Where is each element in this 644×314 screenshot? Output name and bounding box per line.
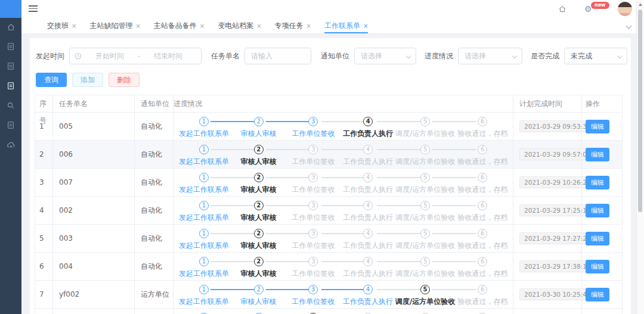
close-icon[interactable]: ×: [306, 23, 311, 29]
cell-notify-unit: 自动化: [135, 197, 174, 224]
new-badge: new: [591, 2, 609, 9]
edit-button[interactable]: 编辑: [586, 260, 609, 273]
step-label: 审核人审核: [231, 157, 286, 167]
tab-工作联系单[interactable]: 工作联系单×: [324, 18, 368, 33]
sidebar-item-home-0[interactable]: [0, 18, 21, 38]
sidebar-item-document-1[interactable]: [0, 38, 21, 57]
hamburger-menu-icon[interactable]: [29, 5, 38, 12]
close-icon[interactable]: ×: [256, 23, 261, 29]
step-number: 1: [199, 173, 209, 182]
step-5: 5调度/运方单位验收: [395, 201, 455, 223]
step-5: 5调度/运方单位验收: [395, 117, 455, 139]
start-time-label: 发起时间: [36, 51, 64, 61]
tab-主站缺陷管理[interactable]: 主站缺陷管理×: [89, 18, 140, 33]
edit-button[interactable]: 编辑: [586, 176, 609, 189]
close-icon[interactable]: ×: [72, 23, 76, 29]
cell-planned-time: [513, 309, 582, 314]
close-icon[interactable]: ×: [200, 23, 205, 29]
cell-progress: 1发起工作联系单2审核人审核3工作单位签收4工作负责人执行5调度/运方单位验收6…: [174, 253, 513, 280]
add-button[interactable]: 添加: [72, 73, 103, 87]
completed-value: 未完成: [571, 51, 592, 61]
query-button[interactable]: 查询: [36, 73, 67, 87]
column-header-2: 通知单位: [135, 95, 174, 112]
step-label: 验收通过，存档: [455, 185, 510, 195]
delete-button[interactable]: 删除: [109, 73, 140, 87]
page-scrollbar-thumb[interactable]: [638, 10, 642, 212]
step-6: 6验收通过，存档: [455, 229, 510, 251]
sidebar-item-cloud-upload-6[interactable]: [0, 136, 21, 156]
step-label: 发起工作联系单: [177, 297, 231, 307]
chevron-down-icon: [407, 54, 411, 58]
step-4: 4工作负责人执行: [340, 257, 395, 279]
sidebar-item-document-3[interactable]: [0, 77, 21, 97]
tab-专项任务[interactable]: 专项任务×: [275, 18, 311, 33]
step-number: 3: [308, 145, 318, 154]
document-icon: [7, 62, 15, 72]
step-number: 2: [254, 285, 264, 294]
avatar[interactable]: [618, 2, 632, 16]
cell-notify-unit: 自动化: [135, 253, 174, 280]
step-3: 3工作单位签收: [286, 117, 341, 139]
step-label: 工作负责人执行: [340, 297, 395, 307]
date-range-input[interactable]: 开始时间 - 结束时间: [69, 48, 202, 64]
step-label: 发起工作联系单: [177, 185, 231, 195]
step-number: 4: [363, 145, 373, 154]
step-1: 1发起工作联系单: [177, 201, 231, 223]
sidebar-item-document-2[interactable]: [0, 57, 21, 77]
table-row-5[interactable]: 5003自动化1发起工作联系单2审核人审核3工作单位签收4工作负责人执行5调度/…: [35, 224, 622, 252]
table-row-8[interactable]: 1发起工作联系单2审核人审核3工作单位签收4工作负责人执行5调度/运方单位验收6…: [35, 308, 622, 314]
table-row-1[interactable]: 1005自动化1发起工作联系单2审核人审核3工作单位签收4工作负责人执行5调度/…: [35, 112, 622, 140]
notify-unit-select[interactable]: 请选择: [354, 48, 416, 64]
step-label: 验收通过，存档: [455, 269, 510, 279]
completed-select[interactable]: 未完成: [564, 48, 627, 64]
edit-button[interactable]: 编辑: [586, 120, 609, 133]
scroll-up-arrow-icon[interactable]: [639, 3, 642, 6]
cell-notify-unit: 自动化: [135, 169, 174, 196]
cell-task-name: 006: [53, 141, 135, 168]
edit-button[interactable]: 编辑: [586, 232, 609, 245]
cell-planned-time: 2021-03-29 09:53:38: [513, 113, 582, 140]
step-number: 1: [199, 145, 209, 154]
step-number: 6: [478, 201, 487, 210]
edit-button[interactable]: 编辑: [586, 204, 609, 217]
tab-label: 工作联系单: [324, 21, 360, 31]
step-number: 2: [254, 117, 264, 126]
table-row-3[interactable]: 3007自动化1发起工作联系单2审核人审核3工作单位签收4工作负责人执行5调度/…: [35, 168, 622, 196]
step-label: 调度/运方单位验收: [395, 241, 455, 251]
step-label: 调度/运方单位验收: [395, 129, 455, 139]
cell-planned-time: 2021-03-29 17:27:29: [513, 225, 582, 252]
tab-变电站档案[interactable]: 变电站档案×: [218, 18, 261, 33]
sidebar-item-document-5[interactable]: [0, 116, 21, 136]
step-4: 4工作负责人执行: [340, 173, 395, 195]
home-icon[interactable]: [558, 5, 566, 15]
close-icon[interactable]: ×: [135, 23, 140, 29]
table-row-2[interactable]: 2006自动化1发起工作联系单2审核人审核3工作单位签收4工作负责人执行5调度/…: [35, 140, 622, 168]
edit-button[interactable]: 编辑: [586, 148, 609, 161]
step-label: 审核人审核: [231, 185, 286, 195]
table-row-7[interactable]: 7yf002运方单位1发起工作联系单2审核人审核3工作单位签收4工作负责人执行5…: [35, 280, 622, 308]
step-number: 1: [199, 117, 209, 126]
sidebar-item-search-4[interactable]: [0, 97, 21, 116]
table-row-6[interactable]: 6004自动化1发起工作联系单2审核人审核3工作单位签收4工作负责人执行5调度/…: [35, 252, 622, 280]
tab-主站备品备件[interactable]: 主站备品备件×: [154, 18, 205, 33]
progress-stepper: 1发起工作联系单2审核人审核3工作单位签收4工作负责人执行5调度/运方单位验收6…: [177, 113, 510, 140]
cell-planned-time: 2021-03-29 10:26:22: [513, 169, 582, 196]
tab-交接班[interactable]: 交接班×: [47, 18, 76, 33]
step-label: 工作负责人执行: [340, 213, 395, 223]
notify-unit-label: 通知单位: [321, 51, 349, 61]
task-name-input[interactable]: 请输入: [244, 48, 311, 64]
task-name-placeholder: 请输入: [251, 51, 273, 61]
step-number: 6: [478, 117, 487, 126]
tab-label: 交接班: [47, 21, 69, 31]
step-label: 审核人审核: [231, 129, 286, 139]
step-6: 6验收通过，存档: [455, 201, 510, 223]
chevron-down-icon[interactable]: [626, 23, 631, 28]
step-3: 3工作单位签收: [286, 201, 341, 223]
column-header-4: 计划完成时间: [513, 95, 582, 112]
edit-button[interactable]: 编辑: [586, 288, 609, 301]
close-icon[interactable]: ×: [363, 23, 368, 29]
cell-operation: 编辑: [582, 197, 622, 224]
progress-select[interactable]: 请选择: [458, 48, 522, 64]
table-row-4[interactable]: 4002自动化1发起工作联系单2审核人审核3工作单位签收4工作负责人执行5调度/…: [35, 196, 622, 224]
tab-label: 主站缺陷管理: [89, 21, 132, 31]
